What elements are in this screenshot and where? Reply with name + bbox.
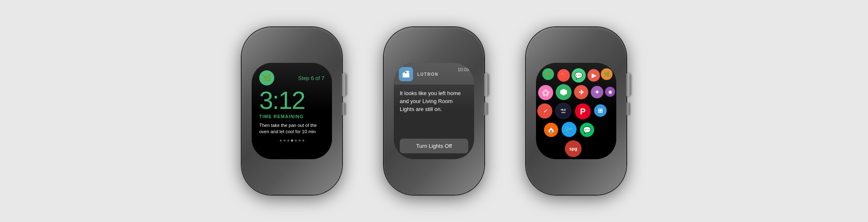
app-wechat[interactable]: 💬	[580, 123, 594, 137]
app-home[interactable]: ⊞	[594, 104, 607, 117]
turn-lights-off-button[interactable]: Turn Lights Off	[400, 139, 468, 153]
watch-3-screen: 🔴 💬 ▶ 🌿 🌿 🌸 ✈ ✦ ◉	[536, 63, 616, 159]
app-orange[interactable]: 🏠	[544, 123, 558, 137]
app-grid: 🔴 💬 ▶ 🌿 🌿 🌸 ✈ ✦ ◉	[536, 65, 616, 157]
dot-6	[299, 139, 301, 142]
dot-1	[280, 139, 282, 142]
app-mlb[interactable]: MLB .com	[555, 103, 572, 119]
app-pinterest[interactable]: P	[575, 103, 591, 119]
app-airline[interactable]: ✈	[574, 85, 588, 99]
watch-2-shell: LUTRON 10:09 It looks like you left home…	[375, 15, 493, 207]
cooking-description: Then take the pan out of the oven and le…	[259, 122, 324, 135]
lutron-message: It looks like you left home and your Liv…	[394, 85, 474, 137]
app-leaf1[interactable]: 🌿	[542, 68, 554, 80]
cooking-progress-dots	[259, 139, 324, 142]
cooking-header: 🌿 Step 6 of 7	[259, 70, 324, 85]
svg-marker-7	[560, 89, 567, 96]
app-small[interactable]: ◉	[605, 87, 615, 97]
svg-line-6	[406, 71, 407, 72]
dot-7	[302, 139, 304, 142]
lutron-icon	[399, 67, 413, 81]
app-messages[interactable]: 🔴	[557, 69, 570, 82]
watch-2-body: LUTRON 10:09 It looks like you left home…	[384, 27, 484, 195]
dot-3	[287, 139, 289, 142]
cooking-screen: 🌿 Step 6 of 7 3:12 TIME REMAINING Then t…	[252, 63, 332, 159]
app-twitter[interactable]: 🐦	[562, 122, 577, 137]
lutron-screen: LUTRON 10:09 It looks like you left home…	[394, 63, 474, 159]
watch-3-shell: 🔴 💬 ▶ 🌿 🌿 🌸 ✈ ✦ ◉	[518, 15, 635, 207]
watch-2-screen: LUTRON 10:09 It looks like you left home…	[394, 63, 474, 159]
svg-line-5	[408, 71, 409, 72]
app-video[interactable]: ▶	[587, 69, 600, 82]
svg-rect-0	[403, 73, 409, 77]
apps-screen: 🔴 💬 ▶ 🌿 🌿 🌸 ✈ ✦ ◉	[536, 63, 616, 159]
lutron-app-name: LUTRON	[417, 72, 439, 77]
dot-2	[283, 139, 286, 142]
watch-1-screen: 🌿 Step 6 of 7 3:12 TIME REMAINING Then t…	[252, 63, 332, 159]
cooking-time-label: TIME REMAINING	[259, 114, 304, 119]
app-dotted[interactable]: ✦	[591, 86, 603, 98]
app-leaf2[interactable]: 🌿	[601, 68, 613, 80]
watch-1-body: 🌿 Step 6 of 7 3:12 TIME REMAINING Then t…	[242, 27, 342, 195]
cooking-step: Step 6 of 7	[298, 75, 324, 81]
app-messages2[interactable]: 💬	[572, 68, 586, 83]
lutron-header: LUTRON 10:09	[394, 63, 474, 85]
watch-3-body: 🔴 💬 ▶ 🌿 🌿 🌸 ✈ ✦ ◉	[526, 27, 626, 195]
cooking-time: 3:12	[259, 88, 305, 113]
app-maps[interactable]	[556, 84, 572, 100]
app-photos[interactable]: 🌸	[538, 85, 553, 100]
lutron-time: 10:09	[457, 67, 469, 72]
app-spg[interactable]: spg	[565, 140, 582, 157]
cooking-app-icon: 🌿	[259, 70, 274, 85]
watches-container: 🌿 Step 6 of 7 3:12 TIME REMAINING Then t…	[208, 6, 660, 216]
dot-4-active	[291, 139, 293, 142]
dot-5	[295, 139, 297, 142]
app-nike[interactable]: ✓	[537, 103, 552, 119]
watch-1-shell: 🌿 Step 6 of 7 3:12 TIME REMAINING Then t…	[233, 15, 350, 207]
